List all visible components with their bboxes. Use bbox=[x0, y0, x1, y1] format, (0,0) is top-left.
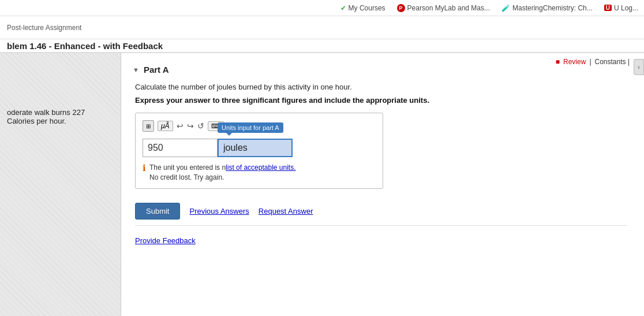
user-link[interactable]: U U Log... bbox=[604, 4, 638, 12]
check-circle-icon: ✔ bbox=[340, 4, 346, 12]
problem-context-text: oderate walk burns 227 Calories per hour… bbox=[7, 108, 114, 125]
error-message-before: The unit you entered is n bbox=[149, 163, 226, 172]
matrix-icon: ⊞ bbox=[146, 123, 151, 129]
user-icon: U bbox=[604, 5, 612, 11]
acceptable-units-link[interactable]: list of acceptable units. bbox=[226, 163, 295, 172]
request-answer-button[interactable]: Request Answer bbox=[259, 207, 313, 215]
submit-button[interactable]: Submit bbox=[135, 203, 180, 220]
answer-box: ⊞ μÅ ↩ ↪ ↺ ⌨ ? Units input for part A bbox=[135, 113, 383, 189]
input-row: Units input for part A bbox=[143, 139, 376, 157]
previous-answers-button[interactable]: Previous Answers bbox=[189, 207, 249, 215]
redo-button[interactable]: ↪ bbox=[187, 121, 194, 131]
error-text: The unit you entered is nlist of accepta… bbox=[149, 163, 296, 183]
mastering-chem-link[interactable]: 🧪 MasteringChemistry: Ch... bbox=[501, 4, 593, 12]
refresh-button[interactable]: ↺ bbox=[197, 121, 204, 131]
question-text: Calculate the number of joules burned by… bbox=[133, 83, 630, 91]
error-icon: ℹ bbox=[143, 163, 146, 173]
my-courses-link[interactable]: ✔ My Courses bbox=[340, 4, 385, 12]
unit-input[interactable] bbox=[218, 139, 293, 157]
page-header-bar: Post-lecture Assignment bbox=[0, 16, 644, 39]
collapse-triangle-icon[interactable]: ▼ bbox=[133, 66, 139, 73]
mastering-icon: 🧪 bbox=[501, 4, 510, 12]
unit-input-wrapper: Units input for part A bbox=[218, 139, 293, 157]
review-icon: ■ bbox=[556, 58, 560, 66]
undo-button[interactable]: ↩ bbox=[177, 121, 184, 131]
part-a-section: ▼ Part A Calculate the number of joules … bbox=[121, 53, 644, 253]
left-panel: oderate walk burns 227 Calories per hour… bbox=[0, 53, 121, 316]
pearson-link[interactable]: P Pearson MyLab and Mas... bbox=[397, 4, 490, 12]
error-row: ℹ The unit you entered is nlist of accep… bbox=[143, 163, 376, 183]
page-title: blem 1.46 - Enhanced - with Feedback bbox=[7, 41, 163, 51]
provide-feedback-section: Provide Feedback bbox=[133, 231, 630, 247]
main-layout: oderate walk burns 227 Calories per hour… bbox=[0, 53, 644, 316]
right-panel: ‹ ■ Review | Constants | ▼ Part A Calcul… bbox=[121, 53, 644, 316]
pearson-icon: P bbox=[397, 4, 405, 12]
breadcrumb: Post-lecture Assignment bbox=[7, 24, 81, 32]
unit-tooltip: Units input for part A bbox=[218, 122, 283, 133]
error-message-after: No credit lost. Try again. bbox=[149, 173, 224, 181]
collapse-button[interactable]: ‹ bbox=[634, 59, 644, 75]
instruction-text: Express your answer to three significant… bbox=[133, 96, 630, 105]
section-divider bbox=[135, 225, 627, 226]
problem-title-bar: blem 1.46 - Enhanced - with Feedback bbox=[0, 39, 644, 53]
matrix-button[interactable]: ⊞ bbox=[143, 120, 154, 132]
top-bar: ✔ My Courses P Pearson MyLab and Mas... … bbox=[0, 0, 644, 16]
part-label: Part A bbox=[144, 65, 169, 75]
provide-feedback-link[interactable]: Provide Feedback bbox=[135, 236, 196, 245]
number-input[interactable] bbox=[143, 139, 218, 157]
top-right-links: ■ Review | Constants | bbox=[556, 58, 630, 66]
review-link[interactable]: Review bbox=[563, 58, 586, 66]
constants-label: Constants | bbox=[595, 58, 630, 66]
part-header: ▼ Part A bbox=[133, 65, 630, 75]
action-row: Submit Previous Answers Request Answer bbox=[133, 197, 630, 225]
mu-button[interactable]: μÅ bbox=[158, 121, 173, 131]
